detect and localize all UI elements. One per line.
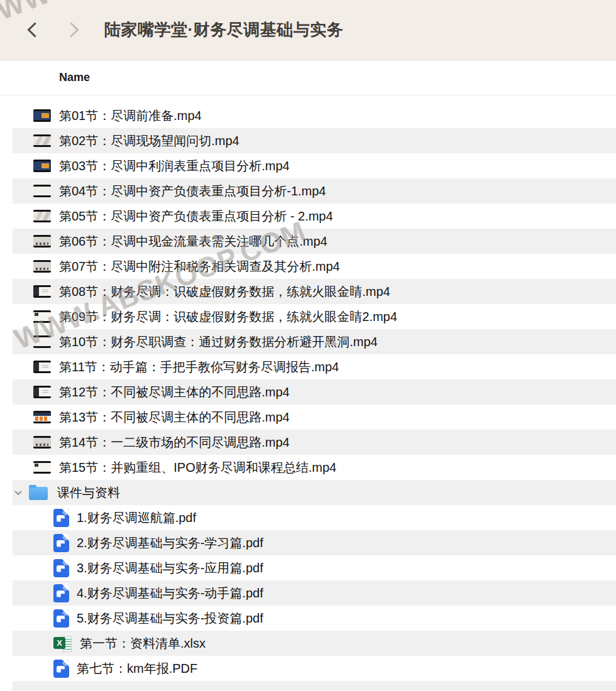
file-name: 第10节：财务尽职调查：通过财务数据分析避开黑洞.mp4 [59,334,378,351]
file-row[interactable]: 1.财务尽调巡航篇.pdf [0,505,616,530]
file-row[interactable]: 第03节：尽调中利润表重点项目分析.mp4 [0,153,616,178]
file-row[interactable]: 第06节：尽调中现金流量表需关注哪几个点.mp4 [13,229,616,254]
video-thumbnail-icon [33,210,51,222]
pdf-file-icon [53,534,69,552]
file-row[interactable]: 第11节：动手篇：手把手教你写财务尽调报告.mp4 [0,354,616,379]
file-row[interactable]: 第七节：km年报.PDF [0,656,616,681]
file-name: 第12节：不同被尽调主体的不同思路.mp4 [59,384,290,401]
file-name: 第11节：动手篇：手把手教你写财务尽调报告.mp4 [59,359,339,376]
video-thumbnail-icon [33,386,51,398]
file-row[interactable]: 第07节：尽调中附注和税务相关调查及其分析.mp4 [0,254,616,279]
file-name: 第06节：尽调中现金流量表需关注哪几个点.mp4 [59,233,327,250]
file-row[interactable]: 第05节：尽调中资产负债表重点项目分析 - 2.mp4 [0,204,616,229]
file-row[interactable]: 第13节：不同被尽调主体的不同思路.mp4 [0,405,616,430]
video-thumbnail-icon [33,185,51,197]
pdf-file-icon [53,559,69,577]
video-thumbnail-icon [33,134,51,147]
file-name: 第七节：km年报.PDF [77,660,197,677]
chevron-left-icon [27,22,42,37]
file-name: 第15节：并购重组、IPO财务尽调和课程总结.mp4 [59,459,336,476]
file-name: 第04节：尽调中资产负债表重点项目分析-1.mp4 [59,183,326,200]
page-title: 陆家嘴学堂·财务尽调基础与实务 [104,19,343,41]
forward-button[interactable] [59,16,87,44]
file-name: 3.财务尽调基础与实务-应用篇.pdf [77,560,263,577]
file-row[interactable]: 4.财务尽调基础与实务-动手篇.pdf [13,580,616,606]
pdf-file-icon [53,584,69,602]
back-button[interactable] [19,16,47,44]
file-row[interactable]: 第08节：财务尽调：识破虚假财务数据，练就火眼金睛.mp4 [13,279,616,304]
video-thumbnail-icon [33,411,51,423]
window-header: 陆家嘴学堂·财务尽调基础与实务 [0,0,616,60]
chevron-down-icon[interactable] [14,488,23,497]
column-header-name[interactable]: Name [59,71,90,84]
file-name: 2.财务尽调基础与实务-学习篇.pdf [77,535,263,552]
video-thumbnail-icon [33,310,51,323]
video-thumbnail-icon [33,461,51,474]
folder-row[interactable]: 课件与资料 [13,480,616,505]
file-list: 第01节：尽调前准备.mp4第02节：尽调现场望闻问切.mp4第03节：尽调中利… [0,95,616,681]
file-name: 课件与资料 [57,484,120,501]
file-name: 第13节：不同被尽调主体的不同思路.mp4 [59,409,290,426]
file-name: 第01节：尽调前准备.mp4 [59,107,202,124]
file-row[interactable]: 5.财务尽调基础与实务-投资篇.pdf [0,606,616,631]
file-row[interactable]: 第15节：并购重组、IPO财务尽调和课程总结.mp4 [0,455,616,480]
file-name: 第一节：资料清单.xlsx [80,635,206,652]
file-name: 第14节：一二级市场的不同尽调思路.mp4 [59,434,290,451]
file-row[interactable]: 第一节：资料清单.xlsx [13,631,616,656]
column-header-bar: Name [0,60,616,95]
file-row[interactable]: 第04节：尽调中资产负债表重点项目分析-1.mp4 [13,178,616,204]
excel-file-icon [53,635,72,652]
file-name: 第09节：财务尽调：识破虚假财务数据，练就火眼金睛2.mp4 [59,308,397,325]
video-thumbnail-icon [33,436,51,449]
file-name: 第07节：尽调中附注和税务相关调查及其分析.mp4 [59,258,340,275]
file-name: 第08节：财务尽调：识破虚假财务数据，练就火眼金睛.mp4 [59,283,390,300]
file-row[interactable]: 第10节：财务尽职调查：通过财务数据分析避开黑洞.mp4 [13,329,616,354]
video-thumbnail-icon [33,260,51,273]
video-thumbnail-icon [33,285,51,298]
video-thumbnail-icon [33,335,51,348]
partial-row-stripe [13,681,616,690]
file-row[interactable]: 第09节：财务尽调：识破虚假财务数据，练就火眼金睛2.mp4 [0,304,616,329]
file-row[interactable]: 第12节：不同被尽调主体的不同思路.mp4 [13,379,616,405]
video-thumbnail-icon [33,235,51,248]
pdf-file-icon [53,609,69,628]
video-thumbnail-icon [33,361,51,373]
file-name: 1.财务尽调巡航篇.pdf [77,509,196,526]
file-name: 5.财务尽调基础与实务-投资篇.pdf [77,610,263,627]
folder-icon [29,487,48,500]
video-thumbnail-icon [33,109,51,122]
pdf-file-icon [53,660,69,678]
file-row[interactable]: 第02节：尽调现场望闻问切.mp4 [13,128,616,153]
file-row[interactable]: 第01节：尽调前准备.mp4 [0,103,616,128]
chevron-right-icon [63,22,79,37]
file-name: 第02节：尽调现场望闻问切.mp4 [59,133,239,150]
file-row[interactable]: 3.财务尽调基础与实务-应用篇.pdf [0,555,616,580]
file-name: 第05节：尽调中资产负债表重点项目分析 - 2.mp4 [59,208,333,225]
file-name: 第03节：尽调中利润表重点项目分析.mp4 [59,158,290,175]
file-name: 4.财务尽调基础与实务-动手篇.pdf [77,585,263,602]
pdf-file-icon [53,509,69,527]
file-row[interactable]: 第14节：一二级市场的不同尽调思路.mp4 [13,430,616,455]
file-row[interactable]: 2.财务尽调基础与实务-学习篇.pdf [13,530,616,555]
video-thumbnail-icon [33,160,51,172]
